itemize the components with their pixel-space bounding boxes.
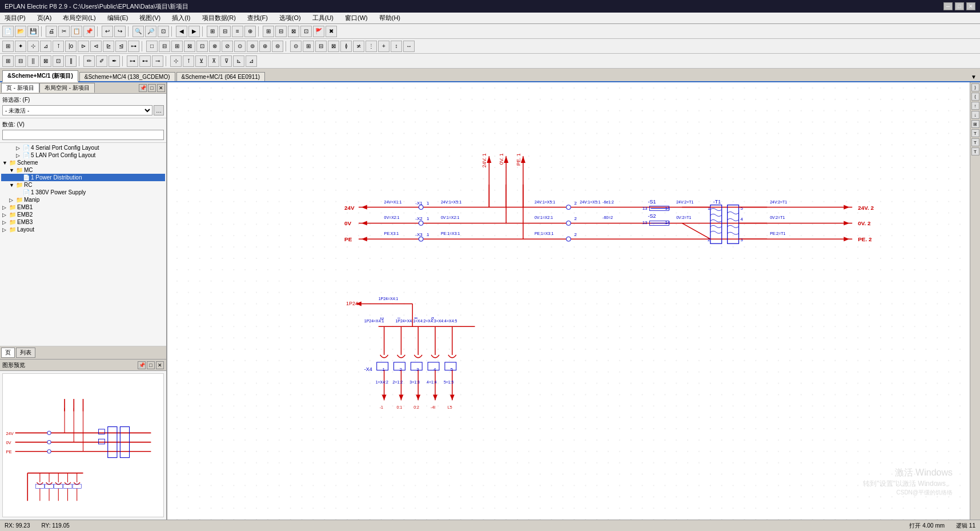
schematic-area[interactable]: 24V. 1 0V. 1 PE. 1 24V 24V. 2 0V 0V. 2 — [167, 82, 970, 520]
tb3-1[interactable]: ⊞ — [2, 55, 14, 67]
menu-edit[interactable]: 编辑(E) — [105, 14, 131, 22]
preview-float-btn[interactable]: □ — [147, 361, 155, 369]
tb-new[interactable]: 📄 — [2, 26, 14, 37]
filter-more-btn[interactable]: … — [154, 105, 164, 115]
tb2-16[interactable]: ⊡ — [196, 41, 208, 52]
tb-connect[interactable]: ⊕ — [244, 26, 256, 37]
tree-item-manip[interactable]: ▷ 📁 Manip — [1, 196, 165, 203]
filter-select[interactable]: - 未激活 - — [2, 105, 152, 115]
tb2-21[interactable]: ⊛ — [259, 41, 271, 52]
menu-window[interactable]: 窗口(W) — [343, 14, 370, 22]
tb-nav-left[interactable]: ◀ — [176, 26, 187, 37]
tb-open[interactable]: 📂 — [15, 26, 26, 37]
tree-item-mc[interactable]: ▼ 📁 MC — [1, 166, 165, 174]
tb3-4[interactable]: ⊠ — [40, 55, 51, 67]
tb2-10[interactable]: ⊴ — [115, 41, 127, 52]
close-btn[interactable]: ✕ — [966, 2, 975, 10]
tab-2[interactable]: &Scheme+MC/1 (064 EE0911) — [176, 72, 266, 81]
tb3-10[interactable]: ⊶ — [127, 55, 138, 67]
tb2-6[interactable]: |o — [65, 41, 77, 52]
tb-more2[interactable]: ⊟ — [275, 26, 287, 37]
tb-flag[interactable]: 🚩 — [313, 26, 324, 37]
page-nav-tab-1[interactable]: 布局空间 - 新项目 — [39, 83, 95, 93]
menu-project-data[interactable]: 项目数据(R) — [200, 14, 238, 22]
tb2-12[interactable]: □ — [146, 41, 158, 52]
tb2-30[interactable]: + — [378, 41, 389, 52]
tb2-13[interactable]: ⊟ — [159, 41, 170, 52]
rp-btn-5[interactable]: ⊞ — [971, 120, 979, 128]
tab-1[interactable]: &Scheme+MC/4 (138_GCDEMO) — [79, 72, 175, 81]
tb3-3[interactable]: || — [27, 55, 39, 67]
tb2-8[interactable]: ⊲ — [90, 41, 102, 52]
tb3-2[interactable]: ⊟ — [15, 55, 26, 67]
menu-find[interactable]: 查找(F) — [245, 14, 270, 22]
tree-item-rc[interactable]: ▼ 📁 RC — [1, 181, 165, 189]
tb2-28[interactable]: ≭ — [353, 41, 364, 52]
panel-pin-btn[interactable]: 📌 — [139, 84, 147, 92]
tb2-20[interactable]: ⊚ — [247, 41, 258, 52]
tb-zoom-in[interactable]: 🔍 — [132, 26, 144, 37]
rp-btn-2[interactable]: ⟨ — [971, 93, 979, 101]
tb2-9[interactable]: ⊵ — [103, 41, 114, 52]
maximize-btn[interactable]: □ — [955, 2, 964, 10]
value-input[interactable] — [2, 130, 164, 140]
tb-grid[interactable]: ⊞ — [207, 26, 218, 37]
tb2-1[interactable]: ⊞ — [2, 41, 14, 52]
tb2-14[interactable]: ⊞ — [171, 41, 183, 52]
tb2-4[interactable]: ⊿ — [40, 41, 51, 52]
tree-item-emb3[interactable]: ▷ 📁 EMB3 — [1, 218, 165, 226]
page-nav-tab-0[interactable]: 页 - 新项目 — [1, 83, 39, 93]
tree-item-emb2[interactable]: ▷ 📁 EMB2 — [1, 211, 165, 218]
preview-pin-btn[interactable]: 📌 — [138, 361, 146, 369]
preview-close-btn[interactable]: ✕ — [156, 361, 164, 369]
tb2-27[interactable]: ≬ — [340, 41, 352, 52]
tb3-12[interactable]: ⊸ — [152, 55, 163, 67]
tb2-5[interactable]: ⊺ — [53, 41, 64, 52]
bottom-tab-page[interactable]: 页 — [1, 348, 15, 358]
tb2-32[interactable]: ↔ — [403, 41, 415, 52]
tb-align[interactable]: ≡ — [232, 26, 243, 37]
tab-0[interactable]: &Scheme+MC/1 (新项目) — [2, 70, 78, 82]
tree-item-scheme[interactable]: ▼ 📁 Scheme — [1, 159, 165, 166]
rp-btn-6[interactable]: T — [971, 129, 979, 137]
tb3-8[interactable]: ✐ — [96, 55, 107, 67]
tb2-24[interactable]: ⊞ — [303, 41, 314, 52]
tb-cut[interactable]: ✂ — [58, 26, 70, 37]
tb2-26[interactable]: ⊠ — [328, 41, 339, 52]
tb2-22[interactable]: ⊜ — [272, 41, 283, 52]
tb-print[interactable]: 🖨 — [46, 26, 57, 37]
minimize-btn[interactable]: ─ — [943, 2, 953, 10]
tree-item-layout[interactable]: ▷ 📁 Layout — [1, 226, 165, 233]
tb2-15[interactable]: ⊠ — [184, 41, 195, 52]
bottom-tab-list[interactable]: 列表 — [16, 348, 35, 358]
tb-more4[interactable]: ⊡ — [300, 26, 312, 37]
menu-tools[interactable]: 工具(U) — [310, 14, 336, 22]
tb-save[interactable]: 💾 — [27, 26, 39, 37]
tb3-5[interactable]: ⊡ — [53, 55, 64, 67]
tb2-7[interactable]: ⊳ — [78, 41, 89, 52]
tb2-18[interactable]: ⊘ — [222, 41, 233, 52]
tb3-15[interactable]: ⊻ — [195, 55, 207, 67]
tb2-19[interactable]: ⊙ — [234, 41, 246, 52]
menu-view[interactable]: 视图(V) — [137, 14, 163, 22]
tb-more1[interactable]: ⊞ — [263, 26, 274, 37]
tb2-3[interactable]: ⊹ — [27, 41, 39, 52]
tree-item-serial[interactable]: ▷ 📄 4 Serial Port Config Layout — [1, 144, 165, 151]
tb-fit[interactable]: ⊡ — [158, 26, 169, 37]
tb-cross[interactable]: ✖ — [326, 26, 337, 37]
tb-more3[interactable]: ⊠ — [288, 26, 299, 37]
tb-snap[interactable]: ⊟ — [219, 26, 231, 37]
tb3-14[interactable]: ⊺ — [183, 55, 194, 67]
tb2-11[interactable]: ⊶ — [128, 41, 139, 52]
tb2-17[interactable]: ⊗ — [209, 41, 220, 52]
tree-item-emb1[interactable]: ▷ 📁 EMB1 — [1, 203, 165, 211]
rp-btn-1[interactable]: ⟩ — [971, 83, 979, 91]
tb2-23[interactable]: ⊝ — [290, 41, 302, 52]
tb3-9[interactable]: ✒ — [109, 55, 120, 67]
tb3-7[interactable]: ✏ — [83, 55, 95, 67]
rp-btn-4[interactable]: ↓ — [971, 111, 979, 119]
tree-item-power-dist[interactable]: 📄 1 Power Distribution — [1, 174, 165, 181]
tb3-16[interactable]: ⊼ — [208, 55, 219, 67]
tb2-31[interactable]: ↕ — [391, 41, 402, 52]
tb3-19[interactable]: ⊿ — [246, 55, 257, 67]
